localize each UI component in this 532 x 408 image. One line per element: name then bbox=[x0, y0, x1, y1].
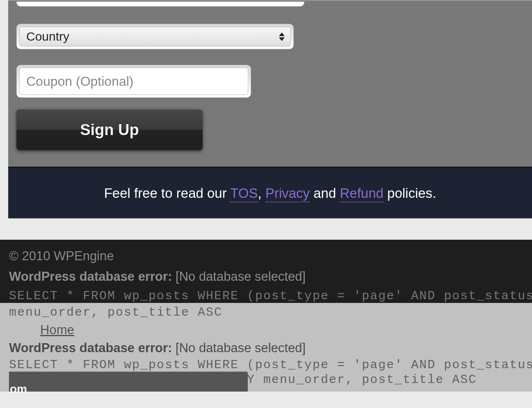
sql-query-1b: menu_order, post_title ASC bbox=[9, 303, 532, 319]
sql-query-2a: SELECT * FROM wp_posts WHERE (post_type … bbox=[9, 358, 532, 372]
content-gap bbox=[0, 218, 532, 240]
home-link[interactable]: Home bbox=[40, 323, 74, 337]
policy-sep2: and bbox=[310, 186, 340, 201]
db-error-2: WordPress database error: [No database s… bbox=[9, 341, 532, 355]
signup-button[interactable]: Sign Up bbox=[16, 109, 203, 150]
signup-form-area: Country Sign Up bbox=[8, 0, 532, 167]
refund-link[interactable]: Refund bbox=[340, 186, 383, 202]
policy-suffix: policies. bbox=[384, 186, 436, 201]
country-select-wrap: Country bbox=[16, 24, 294, 49]
coupon-field-wrap bbox=[16, 65, 251, 98]
previous-field-remnant bbox=[16, 2, 304, 7]
tos-link[interactable]: TOS bbox=[230, 186, 258, 202]
country-select[interactable]: Country bbox=[19, 27, 291, 46]
copyright-text: © 2010 WPEngine bbox=[9, 249, 532, 264]
db-error-1: WordPress database error: [No database s… bbox=[9, 269, 532, 284]
policy-sep1: , bbox=[258, 186, 265, 201]
browser-tab-overlay: om bbox=[9, 372, 248, 392]
policy-bar: Feel free to read our TOS, Privacy and R… bbox=[8, 167, 532, 218]
footer-light: menu_order, post_title ASC Home WordPres… bbox=[0, 303, 532, 392]
footer-dark: © 2010 WPEngine WordPress database error… bbox=[0, 240, 532, 303]
wp-error-msg-2: [No database selected] bbox=[172, 341, 306, 355]
wp-error-label-1: WordPress database error: bbox=[9, 269, 172, 284]
wp-error-label-2: WordPress database error: bbox=[9, 341, 172, 355]
wp-error-msg-1: [No database selected] bbox=[172, 269, 306, 284]
bottom-strip: ID = 77 OR ID = 112 ) ORDER BY menu_orde… bbox=[9, 372, 532, 392]
select-arrows-icon bbox=[279, 32, 285, 41]
policy-text-prefix: Feel free to read our bbox=[104, 186, 231, 201]
coupon-input[interactable] bbox=[19, 68, 248, 95]
privacy-link[interactable]: Privacy bbox=[265, 186, 310, 202]
sql-query-1a: SELECT * FROM wp_posts WHERE (post_type … bbox=[9, 289, 532, 303]
country-select-label: Country bbox=[26, 30, 69, 44]
tab-fragment-text: om bbox=[10, 383, 27, 396]
